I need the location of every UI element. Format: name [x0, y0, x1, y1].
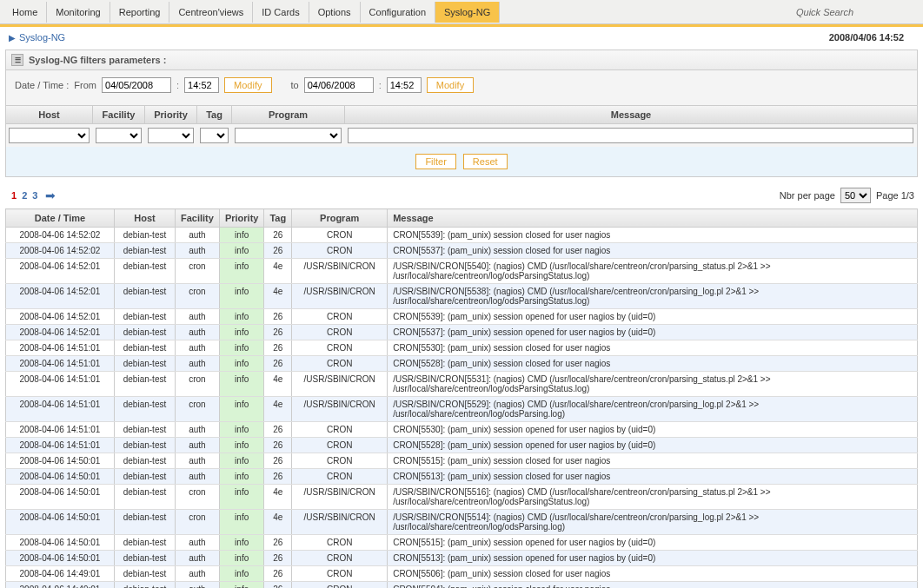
cell-tag: 26 [264, 243, 292, 259]
page-link-3[interactable]: 3 [30, 190, 40, 201]
cell-host: debian-test [115, 397, 176, 422]
to-label: to [291, 80, 299, 90]
cell-fac: auth [176, 309, 220, 325]
cell-pri: info [219, 469, 264, 485]
table-row: 2008-04-06 14:49:01debian-testauthinfo26… [6, 582, 918, 589]
table-row: 2008-04-06 14:52:02debian-testauthinfo26… [6, 228, 918, 243]
cell-prog: CRON [292, 243, 388, 259]
priority-select[interactable] [148, 128, 194, 143]
page-link-1[interactable]: 1 [9, 190, 19, 201]
quick-search-label[interactable]: Quick Search [796, 7, 853, 17]
cell-dt: 2008-04-06 14:52:01 [6, 259, 115, 284]
table-row: 2008-04-06 14:50:01debian-testauthinfo26… [6, 551, 918, 566]
table-row: 2008-04-06 14:50:01debian-testauthinfo26… [6, 469, 918, 485]
tab-syslog-ng[interactable]: Syslog-NG [435, 2, 500, 23]
table-row: 2008-04-06 14:51:01debian-testauthinfo26… [6, 422, 918, 438]
cell-tag: 4e [264, 485, 292, 510]
cell-msg: CRON[5513]: (pam_unix) session opened fo… [388, 551, 918, 566]
header-host: Host [6, 106, 93, 123]
cell-fac: auth [176, 469, 220, 485]
cell-dt: 2008-04-06 14:50:01 [6, 510, 115, 535]
tab-reporting[interactable]: Reporting [110, 2, 170, 23]
nbr-per-page-select[interactable]: 50 [840, 188, 871, 203]
tab-centreon-views[interactable]: Centreon'views [169, 2, 253, 23]
cell-dt: 2008-04-06 14:49:01 [6, 582, 115, 589]
col-header-priority: Priority [219, 209, 264, 228]
filter-inputs-row [6, 124, 917, 147]
cell-prog: /USR/SBIN/CRON [292, 259, 388, 284]
cell-tag: 26 [264, 535, 292, 551]
cell-tag: 26 [264, 453, 292, 469]
cell-pri: info [219, 228, 264, 243]
cell-prog: CRON [292, 325, 388, 340]
cell-msg: CRON[5537]: (pam_unix) session opened fo… [388, 325, 918, 340]
from-time-input[interactable] [184, 77, 219, 93]
cell-fac: auth [176, 422, 220, 438]
cell-tag: 4e [264, 397, 292, 422]
table-row: 2008-04-06 14:51:01debian-testauthinfo26… [6, 438, 918, 453]
facility-select[interactable] [96, 128, 142, 143]
cell-dt: 2008-04-06 14:51:01 [6, 422, 115, 438]
table-row: 2008-04-06 14:52:01debian-testcroninfo4e… [6, 259, 918, 284]
cell-host: debian-test [115, 340, 176, 356]
tab-options[interactable]: Options [309, 2, 361, 23]
tag-select[interactable] [200, 128, 229, 143]
cell-tag: 26 [264, 422, 292, 438]
modify-to-button[interactable]: Modify [427, 77, 474, 93]
cell-fac: cron [176, 485, 220, 510]
breadcrumb-bar: ▶ Syslog-NG 2008/04/06 14:52 [0, 27, 923, 48]
cell-fac: cron [176, 372, 220, 397]
header-program: Program [232, 106, 345, 123]
to-time-input[interactable] [387, 77, 422, 93]
tab-home[interactable]: Home [3, 2, 47, 23]
cell-dt: 2008-04-06 14:50:01 [6, 551, 115, 566]
cell-prog: CRON [292, 356, 388, 372]
cell-host: debian-test [115, 566, 176, 582]
cell-prog: /USR/SBIN/CRON [292, 372, 388, 397]
pagination-bar: 123 ➡ Nbr per page 50 Page 1/3 [0, 184, 923, 207]
page-link-2[interactable]: 2 [19, 190, 30, 201]
tab-monitoring[interactable]: Monitoring [47, 2, 110, 23]
cell-tag: 26 [264, 566, 292, 582]
message-input[interactable] [348, 128, 913, 143]
cell-fac: auth [176, 453, 220, 469]
col-header-tag: Tag [264, 209, 292, 228]
host-select[interactable] [9, 128, 90, 143]
header-facility: Facility [93, 106, 145, 123]
cell-host: debian-test [115, 309, 176, 325]
filter-button[interactable]: Filter [415, 154, 455, 169]
col-header-facility: Facility [176, 209, 220, 228]
cell-msg: CRON[5530]: (pam_unix) session opened fo… [388, 422, 918, 438]
table-row: 2008-04-06 14:52:01debian-testcroninfo4e… [6, 284, 918, 309]
cell-fac: cron [176, 397, 220, 422]
breadcrumb[interactable]: Syslog-NG [19, 32, 65, 43]
table-row: 2008-04-06 14:50:01debian-testcroninfo4e… [6, 510, 918, 535]
cell-pri: info [219, 551, 264, 566]
header-message: Message [345, 106, 917, 123]
filter-column-headers: Host Facility Priority Tag Program Messa… [6, 105, 917, 124]
program-select[interactable] [235, 128, 342, 143]
cell-fac: auth [176, 228, 220, 243]
filters-panel: ☰ Syslog-NG filters parameters : Date / … [5, 50, 918, 177]
cell-dt: 2008-04-06 14:50:01 [6, 469, 115, 485]
cell-msg: CRON[5528]: (pam_unix) session opened fo… [388, 438, 918, 453]
from-label: From [74, 80, 96, 90]
cell-host: debian-test [115, 284, 176, 309]
cell-host: debian-test [115, 453, 176, 469]
datetime-label: Date / Time : [15, 80, 69, 90]
modify-from-button[interactable]: Modify [224, 77, 271, 93]
cell-msg: CRON[5506]: (pam_unix) session closed fo… [388, 566, 918, 582]
to-date-input[interactable] [304, 77, 374, 93]
page-links: 123 [9, 190, 40, 201]
reset-button[interactable]: Reset [463, 154, 508, 169]
cell-prog: /USR/SBIN/CRON [292, 397, 388, 422]
from-date-input[interactable] [102, 77, 171, 93]
cell-msg: CRON[5539]: (pam_unix) session closed fo… [388, 228, 918, 243]
tab-id-cards[interactable]: ID Cards [253, 2, 309, 23]
cell-dt: 2008-04-06 14:50:01 [6, 485, 115, 510]
cell-pri: info [219, 243, 264, 259]
next-page-arrow-icon[interactable]: ➡ [45, 188, 56, 202]
cell-dt: 2008-04-06 14:50:01 [6, 453, 115, 469]
cell-fac: auth [176, 566, 220, 582]
tab-configuration[interactable]: Configuration [361, 2, 435, 23]
